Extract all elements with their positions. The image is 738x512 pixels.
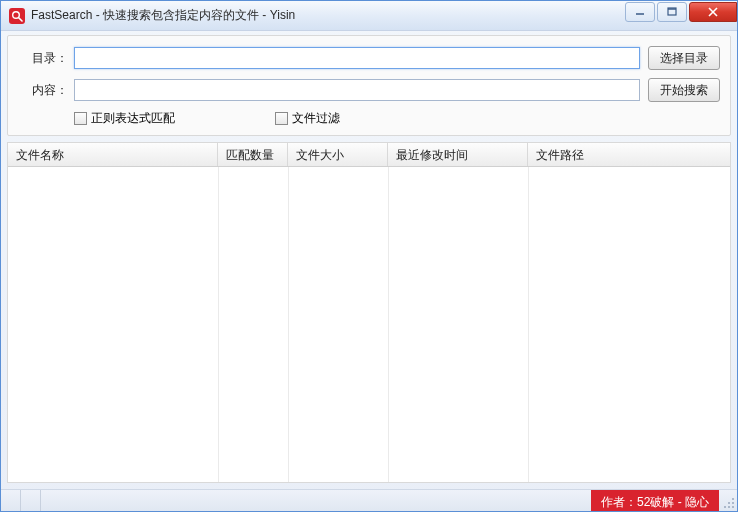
filter-checkbox[interactable]: 文件过滤 xyxy=(275,110,340,127)
checkbox-icon xyxy=(275,112,288,125)
author-credit: 作者：52破解 - 隐心 xyxy=(591,490,719,511)
column-header-filepath[interactable]: 文件路径 xyxy=(528,143,730,166)
content-row: 内容： 开始搜索 xyxy=(18,78,720,102)
app-window: FastSearch - 快速搜索包含指定内容的文件 - Yisin 目录： 选… xyxy=(0,0,738,512)
column-divider xyxy=(288,167,289,482)
window-title: FastSearch - 快速搜索包含指定内容的文件 - Yisin xyxy=(31,7,625,24)
filter-checkbox-label: 文件过滤 xyxy=(292,110,340,127)
svg-point-12 xyxy=(732,506,734,508)
checkbox-icon xyxy=(74,112,87,125)
svg-point-9 xyxy=(732,502,734,504)
close-icon xyxy=(707,7,719,17)
directory-input[interactable] xyxy=(74,47,640,69)
content-label: 内容： xyxy=(18,82,68,99)
status-spacer xyxy=(41,490,591,511)
app-icon xyxy=(9,8,25,24)
titlebar[interactable]: FastSearch - 快速搜索包含指定内容的文件 - Yisin xyxy=(1,1,737,31)
column-divider xyxy=(528,167,529,482)
column-divider xyxy=(388,167,389,482)
content-area: 目录： 选择目录 内容： 开始搜索 正则表达式匹配 文件过滤 xyxy=(1,31,737,489)
options-row: 正则表达式匹配 文件过滤 xyxy=(18,110,720,127)
minimize-icon xyxy=(635,7,645,17)
regex-checkbox-label: 正则表达式匹配 xyxy=(91,110,175,127)
window-controls xyxy=(625,1,737,30)
search-form: 目录： 选择目录 内容： 开始搜索 正则表达式匹配 文件过滤 xyxy=(7,35,731,136)
column-header-matchcount[interactable]: 匹配数量 xyxy=(218,143,288,166)
svg-line-1 xyxy=(19,17,23,21)
minimize-button[interactable] xyxy=(625,2,655,22)
column-header-filesize[interactable]: 文件大小 xyxy=(288,143,388,166)
svg-point-7 xyxy=(732,498,734,500)
status-cell xyxy=(1,490,21,511)
column-header-mtime[interactable]: 最近修改时间 xyxy=(388,143,528,166)
resize-grip[interactable] xyxy=(719,490,737,511)
column-header-filename[interactable]: 文件名称 xyxy=(8,143,218,166)
close-button[interactable] xyxy=(689,2,737,22)
resize-grip-icon xyxy=(723,497,735,509)
svg-point-10 xyxy=(724,506,726,508)
maximize-icon xyxy=(667,7,677,17)
status-cell xyxy=(21,490,41,511)
directory-row: 目录： 选择目录 xyxy=(18,46,720,70)
directory-label: 目录： xyxy=(18,50,68,67)
svg-point-11 xyxy=(728,506,730,508)
regex-checkbox[interactable]: 正则表达式匹配 xyxy=(74,110,175,127)
status-bar: 作者：52破解 - 隐心 xyxy=(1,489,737,511)
maximize-button[interactable] xyxy=(657,2,687,22)
table-header: 文件名称 匹配数量 文件大小 最近修改时间 文件路径 xyxy=(8,143,730,167)
choose-directory-button[interactable]: 选择目录 xyxy=(648,46,720,70)
svg-point-8 xyxy=(728,502,730,504)
content-input[interactable] xyxy=(74,79,640,101)
results-table: 文件名称 匹配数量 文件大小 最近修改时间 文件路径 xyxy=(7,142,731,483)
start-search-button[interactable]: 开始搜索 xyxy=(648,78,720,102)
column-divider xyxy=(218,167,219,482)
table-body[interactable] xyxy=(8,167,730,482)
